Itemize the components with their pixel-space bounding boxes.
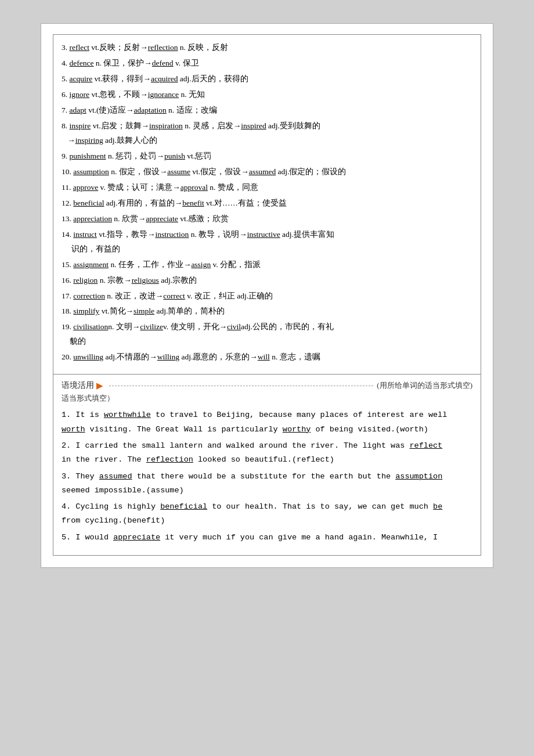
word-adaptation: adaptation [134,106,167,114]
ci4-beneficial: beneficial [160,502,207,511]
ci1-worthwhile: worthwhile [104,411,151,419]
word-willing: willing [157,352,179,361]
word-assumed: assumed [249,167,276,176]
word-assumption: assumption [73,167,109,176]
vocab-item-5: 5. acquire vt.获得，得到→acquired adj.后天的，获得的 [62,72,472,87]
word-inspiring: inspiring [75,136,103,145]
vocab-item-16: 16. religion n. 宗教→religious adj.宗教的 [62,273,472,288]
word-acquired: acquired [151,74,178,83]
word-simple: simple [134,307,154,315]
vocab-item-13: 13. appreciation n. 欣赏→appreciate vt.感激；… [62,212,472,226]
word-reflection: reflection [148,43,178,52]
context-header-note: (用所给单词的适当形式填空) [377,380,472,391]
word-adapt: adapt [70,106,86,114]
vocab-item-7: 7. adapt vt.(使)适应→adaptation n. 适应；改编 [62,103,472,118]
context-item-5: 5. I would appreciate it very much if yo… [62,531,472,545]
word-assume: assume [167,167,190,176]
word-instructive: instructive [247,230,280,239]
word-ignore: ignore [70,90,90,99]
word-simplify: simplify [73,307,99,315]
word-religion: religion [73,276,98,285]
ci1-worth: worth [62,425,85,434]
word-civilisation: civilisation [73,322,108,331]
word-civil: civil [227,322,241,331]
word-acquire: acquire [70,74,93,83]
context-item-2: 2. I carried the small lantern and walke… [62,439,472,467]
word-unwilling: unwilling [73,352,103,361]
word-inspire: inspire [70,121,91,130]
word-assign: assign [191,260,211,269]
word-defend: defend [152,59,174,67]
word-benefit: benefit [182,199,204,207]
ci3-assumed: assumed [99,472,132,481]
word-assignment: assignment [73,260,109,269]
word-approval: approval [181,183,208,192]
word-instruct: instruct [73,230,97,239]
vocab-item-4: 4. defence n. 保卫，保护→defend v. 保卫 [62,56,472,71]
vocab-item-15: 15. assignment n. 任务，工作，作业→assign v. 分配，… [62,258,472,272]
vocab-item-11: 11. approve v. 赞成；认可；满意→approval n. 赞成，同… [62,181,472,195]
word-reflect: reflect [70,43,89,52]
word-civilize: civilize [140,322,163,331]
context-header: 语境活用 ▶ (用所给单词的适当形式填空) [62,380,472,391]
context-item-1: 1. It is worthwhile to travel to Beijing… [62,408,472,437]
ci1-worthy: worthy [283,425,311,434]
vocab-item-12: 12. beneficial adj.有用的，有益的→benefit vt.对…… [62,196,472,211]
vocab-item-17: 17. correction n. 改正，改进→correct v. 改正，纠正… [62,289,472,304]
ci2-reflect: reflect [410,441,443,450]
word-defence: defence [70,59,94,67]
word-inspiration: inspiration [149,121,183,130]
word-appreciate: appreciate [146,214,178,223]
vocab-item-3: 3. reflect vt.反映；反射→reflection n. 反映，反射 [62,41,472,55]
ci3-assumption: assumption [395,472,442,481]
context-sub: 适当形式填空） [62,393,472,404]
vocab-section: 3. reflect vt.反映；反射→reflection n. 反映，反射 … [53,34,481,375]
vocab-item-19: 19. civilisationn. 文明→civilizev. 使文明，开化→… [62,320,472,349]
word-approve: approve [73,183,98,192]
ci5-appreciate: appreciate [113,533,160,542]
word-appreciation: appreciation [73,214,112,223]
word-punishment: punishment [70,152,106,160]
context-header-label: 语境活用 [62,380,94,391]
context-item-4: 4. Cycling is highly beneficial to our h… [62,500,472,528]
word-instruction: instruction [156,230,189,239]
vocab-item-6: 6. ignore vt.忽视，不顾→ignorance n. 无知 [62,88,472,102]
ci2-reflection: reflection [146,455,193,464]
page-container: 3. reflect vt.反映；反射→reflection n. 反映，反射 … [41,23,493,568]
context-header-divider [109,386,373,386]
ci4-be: be [433,502,442,511]
vocab-item-20: 20. unwilling adj.不情愿的→willing adj.愿意的，乐… [62,350,472,365]
word-religious: religious [132,276,159,285]
word-ignorance: ignorance [148,90,179,99]
word-correct: correct [163,291,185,300]
vocab-item-18: 18. simplify vt.简化→simple adj.简单的，简朴的 [62,304,472,319]
word-will: will [258,352,270,361]
vocab-item-8: 8. inspire vt.启发；鼓舞→inspiration n. 灵感，启发… [62,119,472,148]
vocab-item-14: 14. instruct vt.指导，教导→instruction n. 教导，… [62,228,472,257]
context-item-3: 3. They assumed that there would be a su… [62,470,472,498]
context-arrow-icon: ▶ [96,380,103,391]
word-correction: correction [73,291,105,300]
vocab-item-9: 9. punishment n. 惩罚，处罚→punish vt.惩罚 [62,149,472,164]
vocab-item-10: 10. assumption n. 假定，假设→assume vt.假定，假设→… [62,165,472,179]
context-section: 语境活用 ▶ (用所给单词的适当形式填空) 适当形式填空） 1. It is w… [53,375,481,556]
word-beneficial: beneficial [73,199,104,207]
word-punish: punish [164,152,185,160]
word-inspired: inspired [241,121,266,130]
